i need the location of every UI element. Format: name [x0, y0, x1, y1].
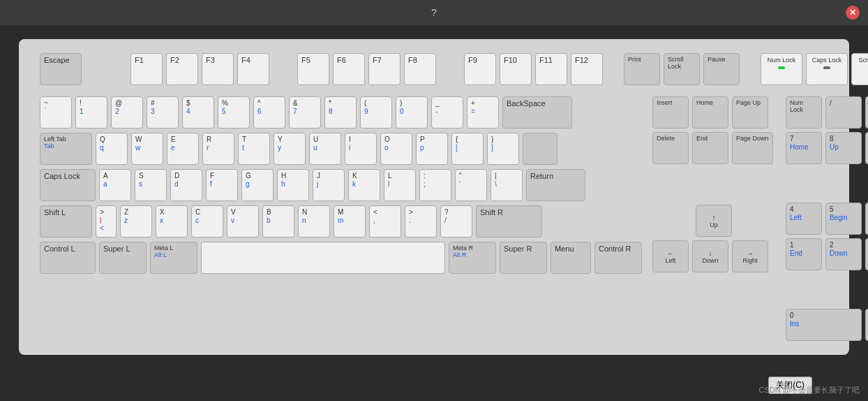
key-0[interactable]: ) 0: [396, 96, 428, 129]
key-num1[interactable]: 1 End: [786, 238, 822, 270]
key-comma[interactable]: < ,: [369, 205, 401, 238]
key-3[interactable]: # 3: [147, 96, 179, 129]
key-scroll-lock[interactable]: Scroll Lock: [664, 53, 700, 85]
key-left[interactable]: ←Left: [652, 240, 689, 272]
key-j[interactable]: J j: [313, 169, 345, 201]
key-pageup[interactable]: Page Up: [732, 96, 768, 129]
key-shift-r[interactable]: Shift R: [476, 205, 542, 238]
key-p[interactable]: P p: [416, 133, 448, 165]
key-num-dot[interactable]: . Del: [865, 309, 868, 341]
key-v[interactable]: V v: [227, 205, 259, 238]
key-5[interactable]: % 5: [218, 96, 250, 129]
key-f5[interactable]: F5: [297, 53, 329, 85]
key-print[interactable]: Print: [624, 53, 660, 85]
key-w[interactable]: W w: [131, 133, 163, 165]
key-meta-l[interactable]: Meta L Alt L: [150, 242, 197, 274]
key-rbracket[interactable]: } ]: [487, 133, 519, 165]
key-num9[interactable]: 9 Pg Up: [865, 132, 868, 164]
key-y[interactable]: Y y: [274, 133, 306, 165]
key-d[interactable]: D d: [170, 169, 202, 201]
key-u[interactable]: U u: [309, 133, 341, 165]
key-a[interactable]: A a: [99, 169, 131, 201]
key-f9[interactable]: F9: [464, 53, 496, 85]
key-e[interactable]: E e: [167, 133, 199, 165]
key-num8[interactable]: 8 Up: [825, 132, 862, 164]
key-num6[interactable]: 6 Right: [865, 203, 868, 235]
key-shift-l[interactable]: Shift L: [40, 205, 92, 238]
key-2[interactable]: @ 2: [111, 96, 143, 129]
key-ctrl-r[interactable]: Control R: [594, 242, 642, 274]
key-i[interactable]: I i: [345, 133, 377, 165]
key-extra[interactable]: [523, 133, 558, 165]
key-minus[interactable]: _ -: [431, 96, 463, 129]
key-8[interactable]: * 8: [324, 96, 357, 129]
key-super-l[interactable]: Super L: [99, 242, 147, 274]
key-f1[interactable]: F1: [130, 53, 163, 85]
key-num2[interactable]: 2 Down: [825, 238, 862, 270]
key-num3[interactable]: 3 Pg Dn: [865, 238, 868, 270]
key-4[interactable]: $ 4: [182, 96, 214, 129]
key-t[interactable]: T t: [238, 133, 270, 165]
key-n[interactable]: N n: [298, 205, 330, 238]
key-super-r[interactable]: Super R: [500, 242, 547, 274]
key-space[interactable]: [201, 242, 445, 274]
key-pause[interactable]: Pause: [703, 53, 740, 85]
key-s[interactable]: S s: [135, 169, 167, 201]
key-end[interactable]: End: [692, 132, 728, 164]
key-equals[interactable]: + =: [467, 96, 499, 129]
key-f6[interactable]: F6: [333, 53, 365, 85]
key-h[interactable]: H h: [277, 169, 309, 201]
key-up[interactable]: ↑Up: [696, 205, 732, 237]
key-period[interactable]: > .: [405, 205, 437, 238]
key-9[interactable]: ( 9: [360, 96, 392, 129]
key-lbracket[interactable]: { [: [451, 133, 484, 165]
key-r[interactable]: R r: [202, 133, 234, 165]
key-backslash[interactable]: | \: [491, 169, 523, 201]
key-m[interactable]: M m: [334, 205, 366, 238]
key-f3[interactable]: F3: [202, 53, 234, 85]
key-num0[interactable]: 0 Ins: [786, 309, 862, 341]
key-num7[interactable]: 7 Home: [786, 132, 822, 164]
key-num-star[interactable]: *: [865, 96, 868, 129]
key-7[interactable]: & 7: [289, 96, 321, 129]
key-capslock[interactable]: Caps Lock: [40, 169, 96, 201]
key-meta-r[interactable]: Meta R Alt R: [449, 242, 496, 274]
key-down[interactable]: ↓Down: [692, 240, 728, 272]
key-escape[interactable]: Escape: [40, 53, 82, 85]
key-menu[interactable]: Menu: [551, 242, 591, 274]
key-pagedown[interactable]: Page Down: [732, 132, 773, 164]
key-ctrl-l[interactable]: Control L: [40, 242, 96, 274]
key-1[interactable]: ! 1: [75, 96, 107, 129]
key-num4[interactable]: 4 Left: [786, 203, 822, 235]
key-f10[interactable]: F10: [500, 53, 532, 85]
key-quote[interactable]: " ': [455, 169, 487, 201]
key-g[interactable]: G g: [241, 169, 274, 201]
key-return[interactable]: Return: [526, 169, 585, 201]
key-f7[interactable]: F7: [368, 53, 401, 85]
key-numlock[interactable]: Num Lock: [786, 96, 822, 129]
key-insert[interactable]: Insert: [652, 96, 689, 129]
key-q[interactable]: Q q: [96, 133, 128, 165]
key-angle[interactable]: > | <: [96, 205, 117, 238]
key-b[interactable]: B b: [262, 205, 294, 238]
key-x[interactable]: X x: [156, 205, 188, 238]
key-l[interactable]: L l: [384, 169, 416, 201]
key-delete[interactable]: Delete: [652, 132, 689, 164]
key-tab[interactable]: Left Tab Tab: [40, 133, 92, 165]
key-f2[interactable]: F2: [166, 53, 198, 85]
key-f4[interactable]: F4: [237, 53, 269, 85]
key-right[interactable]: →Right: [732, 240, 768, 272]
key-tilde[interactable]: ~ `: [40, 96, 72, 129]
key-f8[interactable]: F8: [404, 53, 436, 85]
key-semicolon[interactable]: : ;: [419, 169, 451, 201]
key-k[interactable]: K k: [348, 169, 380, 201]
key-o[interactable]: O o: [380, 133, 412, 165]
key-f[interactable]: F f: [206, 169, 238, 201]
key-f12[interactable]: F12: [571, 53, 603, 85]
key-backspace[interactable]: BackSpace: [502, 96, 572, 129]
key-z[interactable]: Z z: [120, 205, 152, 238]
key-home[interactable]: Home: [692, 96, 728, 129]
key-c[interactable]: C c: [191, 205, 223, 238]
key-6[interactable]: ^ 6: [253, 96, 285, 129]
key-num5[interactable]: 5 Begin: [825, 203, 862, 235]
